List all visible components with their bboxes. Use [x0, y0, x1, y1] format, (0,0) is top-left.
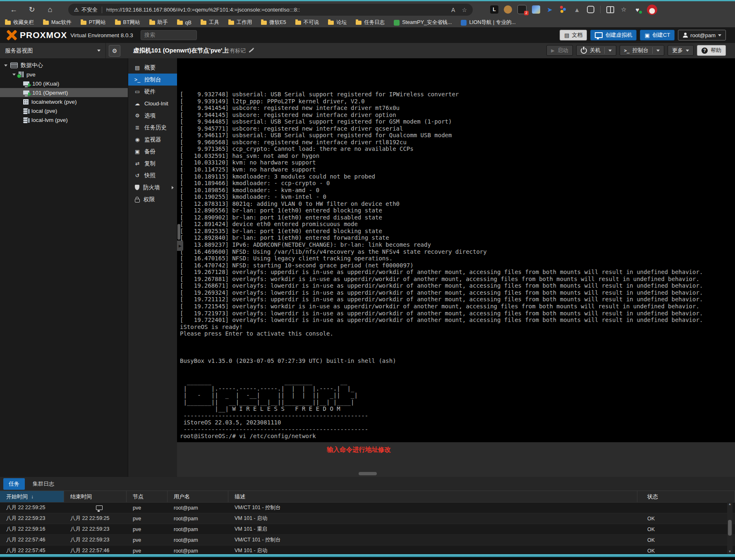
vm-menu-item-snapshot[interactable]: ↺快照 — [128, 169, 177, 181]
vm-menu-item-replication[interactable]: ⇄复制 — [128, 157, 177, 169]
photos-extension-icon[interactable] — [532, 5, 540, 14]
task-row[interactable]: 八月 22 22:59:23八月 22 22:59:25pveroot@pamV… — [0, 513, 735, 524]
vm-menu-item-task-history[interactable]: ≣任务历史 — [128, 122, 177, 133]
adguard-extension-icon[interactable]: ▲ — [573, 5, 581, 14]
tree-item-数据中心[interactable]: 数据中心 — [0, 61, 128, 70]
help-button[interactable]: ?帮助 — [697, 45, 726, 56]
documentation-button[interactable]: ▤文档 — [560, 30, 587, 41]
split-screen-icon[interactable] — [606, 5, 614, 14]
page-title: 虚拟机101 (Openwrt)在节点'pve'上 — [133, 43, 228, 58]
create-vm-button[interactable]: 创建虚拟机 — [590, 30, 637, 41]
screenshot-extension-icon[interactable]: 2 — [517, 5, 527, 14]
bookmark-lion[interactable]: LION导航 | 专业的... — [461, 19, 515, 26]
bookmark-item[interactable]: Mac软件 — [43, 19, 72, 26]
tree-item-pve[interactable]: pve — [0, 70, 128, 79]
column-header-开始时间[interactable]: 开始时间↓ — [0, 491, 64, 502]
bookmark-item[interactable]: 任务日志 — [356, 19, 385, 26]
steampy-icon — [394, 20, 400, 26]
vnc-console[interactable]: [ 9.932748] usbserial: USB Serial suppor… — [177, 58, 735, 442]
bookmark-item[interactable]: 工作用 — [228, 19, 252, 26]
back-icon: ← — [10, 5, 17, 14]
task-row[interactable]: 八月 22 22:59:25pveroot@pamVM/CT 101 - 控制台 — [0, 503, 735, 513]
vm-menu-item-cloud-init[interactable]: ☁Cloud-Init — [128, 98, 177, 110]
column-header-结束时间[interactable]: 结束时间 — [64, 491, 127, 502]
tree-item-local-pve[interactable]: local (pve) — [0, 106, 128, 115]
refresh-button[interactable]: ↻ — [24, 1, 40, 18]
tab-tasks[interactable]: 任务 — [3, 478, 25, 490]
play-icon: ▶ — [551, 48, 554, 53]
vm-menu-item-options[interactable]: ⚙选项 — [128, 110, 177, 122]
vm-menu-item-firewall[interactable]: 防火墙 — [128, 181, 177, 193]
bookmark-item[interactable]: 不可说 — [295, 19, 319, 26]
vm-icon — [23, 81, 29, 86]
view-selector[interactable]: 服务器视图 — [0, 43, 106, 58]
column-header-节点[interactable]: 节点 — [127, 491, 168, 502]
tab-cluster-log[interactable]: 集群日志 — [27, 478, 60, 490]
task-row[interactable]: 八月 22 22:59:16八月 22 22:59:23pveroot@pamV… — [0, 524, 735, 535]
user-menu-button[interactable]: root@pam — [678, 30, 726, 41]
folder-icon — [149, 21, 155, 25]
backup-icon: ▣ — [134, 148, 141, 155]
vm-menu-item-permissions[interactable]: 权限 — [128, 193, 177, 205]
more-button[interactable]: 更多 — [668, 45, 694, 56]
task-row[interactable]: 八月 22 22:57:46八月 22 22:59:23pveroot@pamV… — [0, 535, 735, 546]
expander-icon: ▶ — [179, 244, 182, 248]
bookmark-item[interactable]: qB — [177, 20, 192, 26]
edit-pencil-icon[interactable] — [249, 48, 253, 52]
tree-item-101-openwrt[interactable]: 101 (Openwrt) — [0, 88, 128, 97]
start-button[interactable]: ▶启动 — [546, 45, 572, 56]
scrollbar-thumb[interactable] — [728, 520, 732, 536]
vnc-controlbar-handle[interactable]: ▶ — [177, 241, 183, 251]
browser-essentials-icon[interactable]: ♥ — [633, 5, 642, 14]
bookmark-item[interactable]: 论坛 — [328, 19, 347, 26]
vm-menu-item-backup[interactable]: ▣备份 — [128, 145, 177, 157]
column-header-描述[interactable]: 描述 — [228, 491, 637, 502]
home-button[interactable]: ⌂ — [42, 1, 58, 18]
chevron-down-icon — [4, 64, 7, 67]
bookmark-item[interactable]: PT网站 — [81, 19, 106, 26]
cloud-icon: ☁ — [134, 100, 141, 107]
extension-l-icon[interactable]: L — [490, 5, 498, 14]
molecule-extension-icon[interactable] — [559, 5, 567, 14]
console-vertical-scrollbar[interactable] — [177, 224, 180, 240]
column-header-用户名[interactable]: 用户名 — [168, 491, 228, 502]
bookmark-item[interactable]: BT网站 — [115, 19, 140, 26]
tree-item-local-lvm-pve[interactable]: local-lvm (pve) — [0, 115, 128, 124]
folder-icon — [228, 21, 234, 25]
column-header-状态[interactable]: 状态 — [637, 491, 735, 502]
search-input[interactable]: 搜索 — [141, 30, 197, 40]
scroll-up-icon[interactable]: ▲ — [728, 502, 732, 506]
shield-icon — [135, 185, 139, 190]
read-aloud-icon[interactable]: A — [451, 7, 455, 13]
tree-settings-button[interactable]: ⚙ — [109, 45, 120, 57]
task-panel: 任务 集群日志 开始时间↓结束时间节点用户名描述状态 八月 22 22:59:2… — [0, 477, 735, 554]
extensions-puzzle-icon[interactable] — [587, 5, 595, 14]
vm-menu-item-monitor[interactable]: ◉监视器 — [128, 133, 177, 145]
console-button[interactable]: >_控制台 — [620, 45, 664, 56]
favorite-star-icon[interactable]: ☆ — [462, 7, 467, 13]
tree-item-100-ikuai[interactable]: 100 (iKuai) — [0, 79, 128, 88]
back-button[interactable]: ← — [6, 1, 22, 18]
vm-menu-item-hardware[interactable]: ▭硬件 — [128, 86, 177, 98]
console-horizontal-scrollbar[interactable] — [359, 472, 377, 475]
create-ct-button[interactable]: ▣创建CT — [640, 30, 675, 41]
bookmark-steampy[interactable]: SteamPY_安全省钱... — [394, 19, 452, 26]
profile-avatar[interactable] — [647, 5, 657, 15]
favorites-bar-icon[interactable]: ☆ — [620, 5, 628, 14]
vm-menu-item-console[interactable]: >_控制台 — [128, 74, 177, 86]
tree-item-localnetwork-pve[interactable]: localnetwork (pve) — [0, 97, 128, 106]
extension-row: L 2 ➤ ▲ ☆ ♥ — [490, 5, 657, 14]
shutdown-button[interactable]: 关机 — [576, 45, 616, 56]
url-text[interactable]: https://192.168.116.167:8006/#v1:0:=qemu… — [106, 7, 300, 13]
bookmark-item[interactable]: 工具 — [201, 19, 219, 26]
vm-menu-item-overview[interactable]: ▤概要 — [128, 62, 177, 74]
cookie-extension-icon[interactable] — [504, 5, 512, 14]
bookmark-item[interactable]: 收藏夹栏 — [5, 19, 34, 26]
bookmark-item[interactable]: 微软E5 — [261, 19, 286, 26]
task-scrollbar[interactable]: ▲ ▼ — [727, 502, 733, 554]
bookmark-item[interactable]: 助手 — [149, 19, 168, 26]
address-bar[interactable]: ⚠ 不安全 https://192.168.116.167:8006/#v1:0… — [68, 4, 473, 16]
no-tags: 没有标记 — [224, 43, 254, 58]
translate-extension-icon[interactable]: ➤ — [546, 5, 554, 14]
scroll-down-icon[interactable]: ▼ — [728, 550, 732, 553]
